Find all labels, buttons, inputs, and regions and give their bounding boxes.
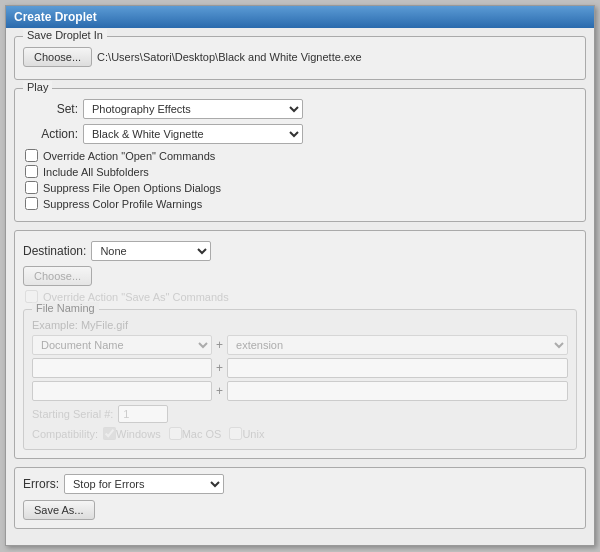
create-droplet-window: Create Droplet Save Droplet In Choose...…: [5, 5, 595, 546]
suppress-open-label: Suppress File Open Options Dialogs: [43, 182, 221, 194]
file-path: C:\Users\Satori\Desktop\Black and White …: [97, 51, 362, 63]
save-as-button[interactable]: Save As...: [23, 500, 95, 520]
suppress-open-row: Suppress File Open Options Dialogs: [25, 181, 577, 194]
action-label: Action:: [33, 127, 78, 141]
file-naming-title: File Naming: [32, 302, 99, 314]
destination-label: Destination:: [23, 244, 86, 258]
errors-group: Errors: Stop for Errors Save As...: [14, 467, 586, 529]
destination-select[interactable]: None: [91, 241, 211, 261]
plus-2: +: [216, 361, 223, 375]
save-choose-button[interactable]: Choose...: [23, 47, 92, 67]
windows-label: Windows: [116, 428, 161, 440]
unix-checkbox[interactable]: [229, 427, 242, 440]
override-save-label: Override Action "Save As" Commands: [43, 291, 229, 303]
errors-select[interactable]: Stop for Errors: [64, 474, 224, 494]
override-open-row: Override Action "Open" Commands: [25, 149, 577, 162]
suppress-color-label: Suppress Color Profile Warnings: [43, 198, 202, 210]
serial-input[interactable]: [118, 405, 168, 423]
naming-select-1a[interactable]: Document Name: [32, 335, 212, 355]
title-bar: Create Droplet: [6, 6, 594, 28]
naming-input-2b[interactable]: [227, 358, 568, 378]
include-subfolders-row: Include All Subfolders: [25, 165, 577, 178]
macos-checkbox[interactable]: [169, 427, 182, 440]
windows-checkbox[interactable]: [103, 427, 116, 440]
naming-select-1b[interactable]: extension: [227, 335, 568, 355]
include-subfolders-label: Include All Subfolders: [43, 166, 149, 178]
save-droplet-group: Save Droplet In Choose... C:\Users\Sator…: [14, 36, 586, 80]
naming-input-2a[interactable]: [32, 358, 212, 378]
override-open-checkbox[interactable]: [25, 149, 38, 162]
override-save-row: Override Action "Save As" Commands: [25, 290, 577, 303]
set-select[interactable]: Photography Effects: [83, 99, 303, 119]
play-title: Play: [23, 81, 52, 93]
errors-label: Errors:: [23, 477, 59, 491]
naming-row-2: +: [32, 358, 568, 378]
naming-row-1: Document Name + extension: [32, 335, 568, 355]
naming-row-3: +: [32, 381, 568, 401]
unix-label: Unix: [242, 428, 264, 440]
file-naming-group: File Naming Example: MyFile.gif Document…: [23, 309, 577, 450]
dest-choose-button[interactable]: Choose...: [23, 266, 92, 286]
plus-1: +: [216, 338, 223, 352]
play-group: Play Set: Photography Effects Action: Bl…: [14, 88, 586, 222]
compat-label: Compatibility:: [32, 428, 98, 440]
macos-label: Mac OS: [182, 428, 222, 440]
suppress-color-checkbox[interactable]: [25, 197, 38, 210]
naming-input-3a[interactable]: [32, 381, 212, 401]
window-title: Create Droplet: [14, 10, 97, 24]
compat-row: Compatibility: Windows Mac OS Unix: [32, 427, 568, 440]
suppress-open-checkbox[interactable]: [25, 181, 38, 194]
serial-row: Starting Serial #:: [32, 405, 568, 423]
naming-input-3b[interactable]: [227, 381, 568, 401]
save-droplet-title: Save Droplet In: [23, 29, 107, 41]
destination-group: Destination: None Choose... Override Act…: [14, 230, 586, 459]
set-label: Set:: [33, 102, 78, 116]
action-select[interactable]: Black & White Vignette: [83, 124, 303, 144]
include-subfolders-checkbox[interactable]: [25, 165, 38, 178]
override-open-label: Override Action "Open" Commands: [43, 150, 215, 162]
suppress-color-row: Suppress Color Profile Warnings: [25, 197, 577, 210]
file-naming-example: Example: MyFile.gif: [32, 319, 568, 331]
plus-3: +: [216, 384, 223, 398]
serial-label: Starting Serial #:: [32, 408, 113, 420]
